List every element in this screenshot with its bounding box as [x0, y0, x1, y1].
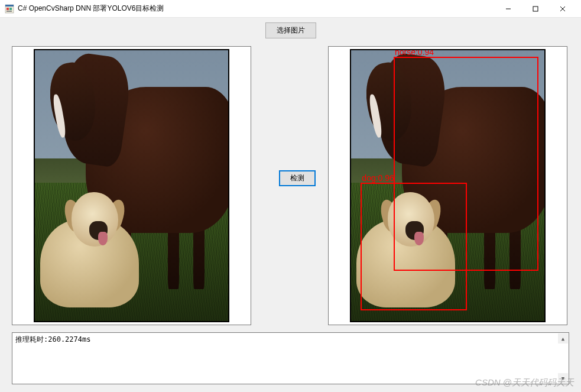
titlebar: C# OpenCvSharp DNN 部署YOLOV6目标检测 [0, 0, 581, 18]
detect-button-holder: 检测 [279, 170, 316, 186]
scroll-up-icon[interactable]: ▲ [558, 333, 568, 344]
top-button-row: 选择图片 [0, 22, 581, 38]
output-image: horse:0.94dog:0.96 [350, 49, 546, 322]
inference-time-text: 推理耗时:260.2274ms [15, 335, 90, 344]
detection-bbox: dog:0.96 [361, 183, 467, 310]
minimize-button[interactable] [495, 0, 522, 17]
scroll-down-icon[interactable]: ▼ [558, 373, 568, 383]
close-button[interactable] [549, 0, 576, 17]
maximize-button[interactable] [522, 0, 549, 17]
detect-button[interactable]: 检测 [279, 170, 316, 186]
detection-label: dog:0.96 [362, 173, 394, 183]
svg-rect-3 [9, 8, 12, 10]
svg-rect-6 [533, 7, 538, 11]
window-title: C# OpenCvSharp DNN 部署YOLOV6目标检测 [18, 4, 495, 14]
svg-rect-2 [7, 8, 9, 10]
status-textbox[interactable]: 推理耗时:260.2274ms ▲ ▼ [12, 332, 569, 384]
svg-rect-1 [5, 5, 14, 7]
window-controls [495, 0, 576, 17]
output-image-panel: horse:0.94dog:0.96 [328, 46, 567, 325]
input-image-panel [12, 46, 251, 325]
client-area: 选择图片 [0, 18, 581, 392]
detection-label: horse:0.94 [395, 49, 434, 57]
svg-rect-4 [7, 11, 12, 12]
select-image-button[interactable]: 选择图片 [265, 22, 316, 38]
photo-scene [35, 50, 228, 321]
input-image [34, 49, 229, 322]
app-icon [5, 4, 14, 14]
